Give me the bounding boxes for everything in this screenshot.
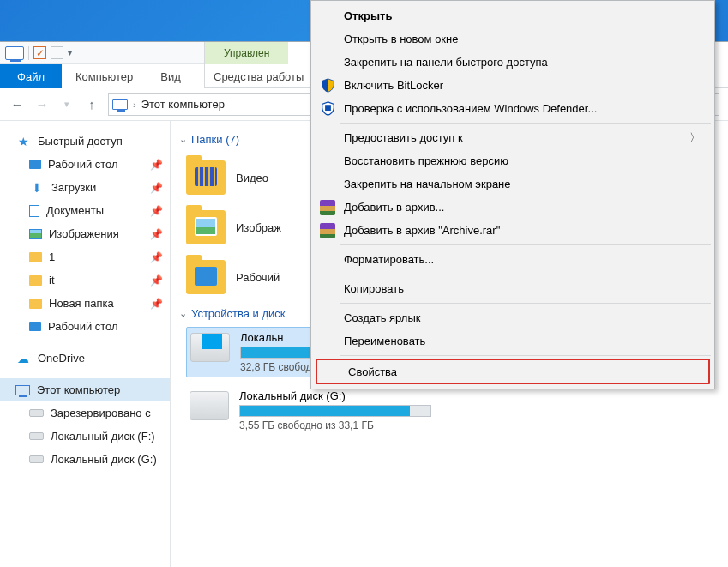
star-icon: ★ bbox=[15, 135, 31, 148]
sidebar-item-folder-1[interactable]: 1 📌 bbox=[0, 245, 170, 268]
ctx-copy[interactable]: Копировать bbox=[313, 277, 713, 300]
quick-access-root[interactable]: ★ Быстрый доступ bbox=[0, 130, 170, 153]
sidebar-label: OneDrive bbox=[38, 352, 85, 365]
ctx-label: Открыть в новом окне bbox=[344, 33, 458, 45]
sidebar-label: Документы bbox=[46, 204, 104, 217]
folder-icon bbox=[186, 210, 226, 244]
ctx-enable-bitlocker[interactable]: Включить BitLocker bbox=[313, 74, 713, 97]
sidebar-item-desktop-2[interactable]: Рабочий стол bbox=[0, 315, 170, 338]
ctx-pin-quick-access[interactable]: Закрепить на панели быстрого доступа bbox=[313, 51, 713, 74]
sidebar-item-this-pc[interactable]: Этот компьютер bbox=[0, 378, 170, 401]
sidebar-label: Зарезервировано с bbox=[51, 407, 151, 419]
ctx-label: Включить BitLocker bbox=[344, 79, 443, 92]
ctx-rename[interactable]: Переименовать bbox=[313, 329, 713, 353]
sidebar-label: Этот компьютер bbox=[37, 383, 120, 396]
ctx-label: Форматировать... bbox=[344, 253, 434, 266]
sidebar-item-downloads[interactable]: ⬇ Загрузки 📌 bbox=[0, 176, 170, 199]
breadcrumb-this-pc[interactable]: Этот компьютер bbox=[141, 98, 225, 111]
menu-separator bbox=[340, 123, 711, 124]
separator bbox=[28, 46, 29, 60]
disk-icon bbox=[29, 432, 44, 440]
drive-name: Локальный диск (G:) bbox=[239, 389, 431, 402]
folder-icon bbox=[186, 160, 226, 195]
sidebar-item-onedrive[interactable]: ☁ OneDrive bbox=[0, 347, 170, 370]
ctx-label: Открыть bbox=[344, 9, 392, 22]
pictures-icon bbox=[29, 229, 42, 239]
ctx-share-access[interactable]: Предоставить доступ к 〉 bbox=[313, 126, 713, 149]
ctx-pin-start[interactable]: Закрепить на начальном экране bbox=[313, 172, 713, 196]
defender-shield-icon bbox=[320, 101, 335, 117]
ctx-label: Переименовать bbox=[344, 335, 425, 347]
menu-separator bbox=[340, 244, 711, 245]
drive-free-text: 3,55 ГБ свободно из 33,1 ГБ bbox=[239, 419, 431, 431]
ctx-label: Закрепить на начальном экране bbox=[344, 178, 511, 190]
sidebar-label: Рабочий стол bbox=[48, 320, 118, 333]
drives-row-2: Локальный диск (G:) 3,55 ГБ свободно из … bbox=[186, 386, 719, 435]
this-pc-icon[interactable] bbox=[5, 46, 24, 60]
winrar-icon bbox=[320, 200, 335, 215]
ctx-format[interactable]: Форматировать... bbox=[313, 248, 713, 271]
forward-button[interactable]: → bbox=[33, 96, 51, 113]
group-label: Устройства и диск bbox=[191, 307, 286, 320]
context-menu: Открыть Открыть в новом окне Закрепить н… bbox=[310, 0, 715, 389]
this-pc-icon bbox=[112, 99, 128, 110]
drive-item-g[interactable]: Локальный диск (G:) 3,55 ГБ свободно из … bbox=[186, 386, 435, 435]
ctx-label: Закрепить на панели быстрого доступа bbox=[344, 56, 548, 69]
sidebar-label: Локальный диск (F:) bbox=[51, 430, 155, 443]
view-tab[interactable]: Вид bbox=[147, 64, 195, 88]
ctx-windows-defender[interactable]: Проверка с использованием Windows Defend… bbox=[313, 97, 713, 120]
ctx-open[interactable]: Открыть bbox=[313, 4, 713, 27]
blank-icon[interactable] bbox=[51, 46, 63, 59]
sidebar-item-reserved[interactable]: Зарезервировано с bbox=[0, 401, 170, 425]
sidebar-item-folder-new[interactable]: Новая папка 📌 bbox=[0, 292, 170, 315]
sidebar-item-disk-f[interactable]: Локальный диск (F:) bbox=[0, 425, 170, 448]
folder-label: Рабочий bbox=[236, 271, 280, 284]
chevron-down-icon: ⌄ bbox=[179, 308, 187, 319]
folder-label: Изображ bbox=[236, 221, 281, 234]
pin-icon: 📌 bbox=[150, 228, 163, 240]
quick-access-label: Быстрый доступ bbox=[38, 135, 123, 148]
manage-contextual-tab[interactable]: Управлен bbox=[204, 42, 288, 64]
ctx-label: Копировать bbox=[344, 282, 404, 295]
folder-icon bbox=[29, 275, 42, 286]
sidebar-item-folder-it[interactable]: it 📌 bbox=[0, 268, 170, 292]
sidebar-item-desktop[interactable]: Рабочий стол 📌 bbox=[0, 153, 170, 176]
ctx-open-new-window[interactable]: Открыть в новом окне bbox=[313, 27, 713, 51]
ctx-label: Создать ярлык bbox=[344, 311, 420, 324]
ctx-restore-previous[interactable]: Восстановить прежнюю версию bbox=[313, 149, 713, 172]
ribbon-tabs: Файл Компьютер Вид bbox=[0, 64, 204, 88]
history-dropdown[interactable]: ▾ bbox=[58, 96, 75, 113]
this-pc-icon bbox=[15, 385, 30, 395]
quick-access-toolbar: ✓ ▾ bbox=[0, 42, 204, 64]
pin-icon: 📌 bbox=[150, 298, 163, 310]
computer-tab[interactable]: Компьютер bbox=[62, 64, 147, 88]
back-button[interactable]: ← bbox=[9, 96, 26, 113]
ctx-label: Предоставить доступ к bbox=[344, 131, 463, 144]
pin-icon: 📌 bbox=[150, 159, 163, 171]
winrar-icon bbox=[320, 223, 335, 238]
sidebar-item-disk-g[interactable]: Локальный диск (G:) bbox=[0, 448, 170, 471]
sidebar-label: Загрузки bbox=[51, 181, 96, 194]
pin-icon: 📌 bbox=[150, 251, 163, 263]
download-icon: ⬇ bbox=[29, 181, 45, 195]
document-icon bbox=[29, 205, 39, 217]
cloud-icon: ☁ bbox=[15, 352, 31, 365]
checkbox-icon[interactable]: ✓ bbox=[33, 46, 46, 59]
sidebar-label: Локальный диск (G:) bbox=[51, 453, 157, 466]
ctx-add-to-archive[interactable]: Добавить в архив... bbox=[313, 196, 713, 219]
ctx-add-archive-rar[interactable]: Добавить в архив "Archive.rar" bbox=[313, 219, 713, 242]
navigation-pane: ★ Быстрый доступ Рабочий стол 📌 ⬇ Загруз… bbox=[0, 121, 171, 567]
pin-icon: 📌 bbox=[150, 182, 163, 194]
ctx-label: Добавить в архив... bbox=[344, 201, 444, 214]
drive-tools-tab[interactable]: Средства работы bbox=[204, 64, 312, 88]
menu-separator bbox=[340, 303, 711, 304]
desktop-icon bbox=[29, 160, 41, 169]
ctx-properties[interactable]: Свойства bbox=[316, 359, 710, 384]
group-label: Папки (7) bbox=[191, 133, 239, 146]
up-button[interactable]: ↑ bbox=[83, 96, 100, 113]
ctx-create-shortcut[interactable]: Создать ярлык bbox=[313, 306, 713, 329]
file-tab[interactable]: Файл bbox=[0, 64, 62, 88]
sidebar-item-pictures[interactable]: Изображения 📌 bbox=[0, 222, 170, 245]
qat-dropdown[interactable]: ▾ bbox=[68, 48, 72, 57]
sidebar-item-documents[interactable]: Документы 📌 bbox=[0, 199, 170, 222]
